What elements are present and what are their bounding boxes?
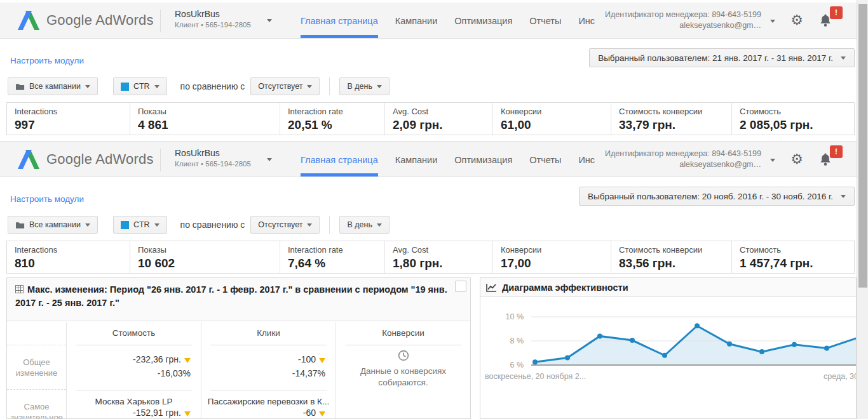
compare-select-label: Отсутствует [258,82,302,91]
cost-change-pct: -16,03% [67,366,191,380]
series-color-swatch [121,83,129,91]
clicks-total-change-cell: -100 -14,37% [201,345,336,390]
metric-select-button[interactable]: CTR [113,77,167,95]
x-axis-end-label: среда, 30 [824,372,857,381]
logo-text: Google AdWords [46,151,154,168]
gear-icon[interactable]: ⚙ [790,150,803,168]
manager-email: alekseyatsenko@gm… [571,20,761,31]
series-color-swatch [121,221,129,229]
account-selector[interactable]: RosUkrBus Клиент • 565-194-2805 [175,9,251,29]
tab-optimization[interactable]: Оптимизация [454,155,512,165]
manager-account-info[interactable]: Идентификатор менеджера: 894-643-5199 al… [571,149,761,170]
account-id: Клиент • 565-194-2805 [175,21,251,29]
metric-select-label: CTR [133,82,150,91]
granularity-button[interactable]: В день [339,216,389,234]
metric-select-button[interactable]: CTR [113,216,167,234]
column-conversions: Конверсии Данные о конверсиях собираются… [336,322,470,418]
metric-value: 20,51 % [288,118,384,132]
metric-cost: Стоимость 2 085,05 грн. [731,103,854,135]
manager-id: Идентификатор менеджера: 894-643-5199 [571,10,761,20]
metric-label: Interaction rate [288,245,384,255]
metric-label: Avg. Cost [393,107,492,116]
metric-label: Стоимость [740,245,854,255]
top-changes-title-text: Макс. изменения: Период "26 янв. 2017 г.… [15,284,447,308]
down-arrow-icon [319,358,325,363]
manager-caret-icon[interactable] [770,159,775,162]
metric-interactions: Interactions 810 [7,241,130,273]
campaigns-caret-icon [85,223,90,227]
metric-caret-icon [154,223,159,227]
row-label-column: Общее изменение Самое значительное [7,322,67,418]
column-clicks: Клики -100 -14,37% Пассажирские перевозк… [201,322,336,418]
metric-label: Конверсии [501,107,611,116]
tab-campaigns[interactable]: Кампании [395,16,438,26]
chart-data-point [565,356,570,361]
chart-data-point [792,342,797,347]
chart-data-point [532,359,538,364]
account-selector[interactable]: RosUkrBus Клиент • 565-194-2805 [175,148,251,168]
vertical-scrollbar-track[interactable] [857,0,868,419]
tab-home[interactable]: Главная страница [301,16,378,26]
top-bar: Google AdWords RosUkrBus Клиент • 565-19… [0,141,857,177]
date-caret-icon [841,57,846,60]
all-campaigns-button[interactable]: Все кампании [8,216,98,234]
clicks-most-significant-cell: Пассажирские перевозки в К... -60 [201,390,336,419]
performance-chart-title: Диаграмма эффективности [502,283,628,293]
cost-campaign-name[interactable]: Москва Харьков LP [67,390,201,406]
y-axis-tick: 8 % [480,336,524,345]
date-range-button[interactable]: Выбранный пользователем: 21 янв. 2017 г.… [589,48,855,67]
y-axis-tick: 6 % [480,361,524,369]
metrics-bar: Interactions 810 Показы 10 602 Interacti… [6,241,855,274]
adwords-a-icon [18,150,39,169]
metric-impressions: Показы 4 861 [130,103,280,135]
metric-value: 17,00 [501,256,611,270]
compare-select-button[interactable]: Отсутствует [250,77,320,95]
manager-caret-icon[interactable] [770,20,775,23]
metric-avg-cost: Avg. Cost 2,09 грн. [384,103,492,135]
compare-select-button[interactable]: Отсутствует [250,216,320,234]
tab-optimization[interactable]: Оптимизация [454,16,512,26]
table-icon [15,285,24,293]
campaigns-caret-icon [85,85,90,88]
chart-data-point [662,353,667,358]
adwords-logo: Google AdWords [18,11,154,30]
metric-select-label: CTR [133,220,150,229]
panel-collapse-button[interactable] [455,281,466,292]
notification-badge: ! [830,6,843,19]
metric-value: 2,09 грн. [393,118,492,132]
tab-reports[interactable]: Отчеты [529,155,561,165]
conversions-collecting-note: Данные о конверсиях собираются. [336,366,470,389]
customize-modules-link[interactable]: Настроить модули [10,56,84,65]
all-campaigns-button[interactable]: Все кампании [8,77,98,95]
clicks-campaign-name[interactable]: Пассажирские перевозки в К... [201,390,336,406]
tab-home[interactable]: Главная страница [301,155,378,165]
date-range-button[interactable]: Выбранный пользователем: 20 нояб. 2016 г… [579,187,855,206]
metric-value: 61,00 [501,118,611,132]
down-arrow-icon [319,411,325,416]
granularity-button[interactable]: В день [339,77,389,95]
metric-impressions: Показы 10 602 [130,241,280,273]
adwords-logo: Google AdWords [18,150,154,169]
top-bar: Google AdWords RosUkrBus Клиент • 565-19… [0,3,857,39]
active-tab-indicator [301,35,378,38]
compare-select-label: Отсутствует [258,220,302,229]
line-chart-icon [486,283,497,292]
metric-value: 7,64 % [288,256,384,270]
customize-modules-link[interactable]: Настроить модули [10,194,84,204]
column-header-cost: Стоимость [67,322,201,345]
manager-account-info[interactable]: Идентификатор менеджера: 894-643-5199 al… [571,10,761,31]
performance-chart-plot [531,309,857,372]
column-header-clicks: Клики [201,322,336,345]
account-caret-icon[interactable] [267,158,272,161]
metric-interaction-rate: Interaction rate 20,51 % [280,103,384,135]
metric-value: 810 [15,256,130,270]
account-caret-icon[interactable] [267,19,272,22]
manager-id: Идентификатор менеджера: 894-643-5199 [571,149,761,159]
controls-row: Все кампании CTR по сравнению с Отсутств… [8,216,390,234]
chart-data-point [597,333,602,338]
metric-value: 10 602 [138,256,280,270]
tab-reports[interactable]: Отчеты [529,16,561,26]
gear-icon[interactable]: ⚙ [790,11,803,29]
tab-campaigns[interactable]: Кампании [395,155,438,165]
vertical-scrollbar-thumb[interactable] [858,4,867,288]
